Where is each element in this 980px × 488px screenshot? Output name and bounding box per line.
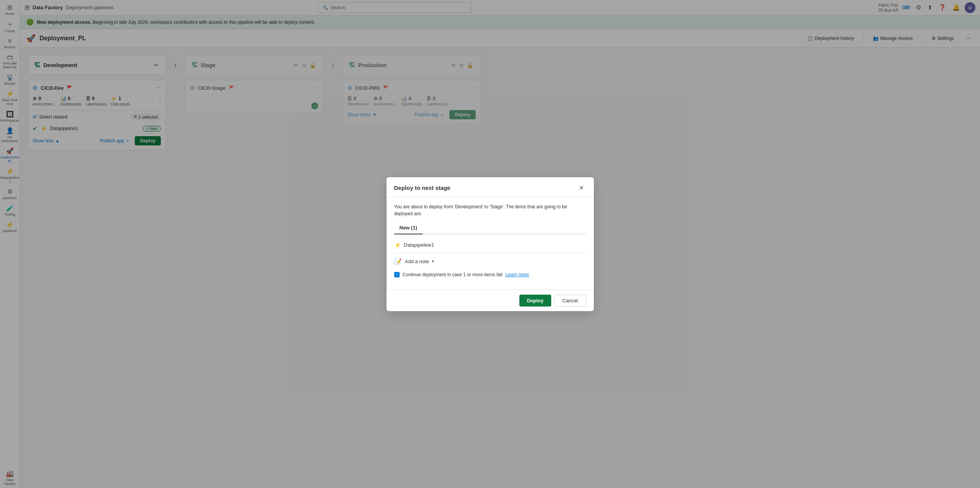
modal-tab-new[interactable]: New (1)	[394, 223, 423, 234]
modal-close-button[interactable]: ✕	[577, 183, 586, 192]
modal-title: Deploy to next stage	[394, 185, 451, 191]
modal-pipeline-icon: ⚡	[394, 242, 401, 248]
add-note-label: Add a note	[405, 259, 429, 264]
deploy-modal: Deploy to next stage ✕ You are about to …	[387, 177, 594, 311]
modal-header: Deploy to next stage ✕	[387, 177, 594, 197]
modal-body: You are about to deploy from 'Developmen…	[387, 197, 594, 290]
modal-description: You are about to deploy from 'Developmen…	[394, 203, 586, 217]
learn-more-link[interactable]: Learn more	[506, 272, 529, 277]
modal-overlay[interactable]: Deploy to next stage ✕ You are about to …	[0, 0, 980, 488]
continue-row: ✓ Continue deployment in case 1 or more …	[394, 269, 586, 284]
modal-cancel-button[interactable]: Cancel	[554, 295, 586, 307]
note-icon: 📝	[394, 258, 402, 265]
modal-pipeline-name: Datapipeline1	[404, 242, 435, 248]
add-note-row[interactable]: 📝 Add a note ▾	[394, 253, 586, 269]
continue-checkbox[interactable]: ✓	[394, 272, 400, 277]
modal-footer: Deploy Cancel	[387, 290, 594, 311]
chevron-down-icon3: ▾	[432, 259, 434, 264]
modal-pipeline-item: ⚡ Datapipeline1	[394, 240, 586, 251]
modal-deploy-button[interactable]: Deploy	[519, 295, 551, 307]
continue-label: Continue deployment in case 1 or more it…	[403, 272, 502, 277]
modal-tab-bar: New (1)	[394, 223, 586, 234]
